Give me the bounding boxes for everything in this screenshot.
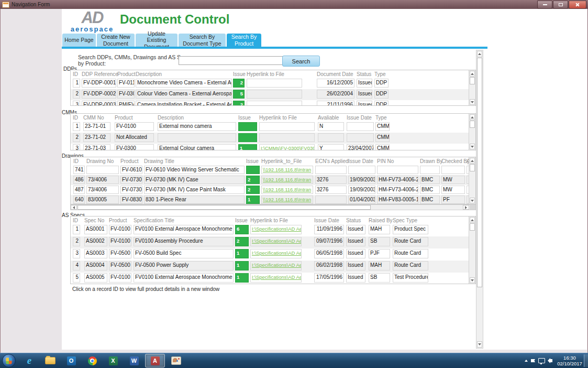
as_specs-cell-title[interactable]: FV-0500 Build Spec — [134, 249, 234, 258]
action-center-flag-icon[interactable] — [531, 359, 535, 362]
drawings-cell-title[interactable]: FV-0610 Video Wiring Server Schematic — [144, 166, 245, 174]
scroll-down-button[interactable] — [470, 277, 475, 283]
tray-expand-icon[interactable] — [525, 360, 528, 362]
show-desktop-button[interactable] — [584, 354, 588, 367]
as_specs-cell-link[interactable]: I:\Specifications\AD Aero\A — [250, 261, 302, 270]
taskbar-outlook-icon[interactable]: O — [61, 354, 81, 367]
cmms-cell-desc[interactable] — [158, 133, 236, 142]
as_specs-cell-spec_type[interactable]: Route Card — [393, 261, 428, 270]
scroll-down-button[interactable] — [470, 99, 475, 105]
drawings-cell-issue[interactable]: 1 — [246, 196, 260, 204]
taskbar-access-icon[interactable]: A — [145, 354, 165, 367]
drawings-file-link[interactable]: \\192.168.116.8\Intran — [263, 167, 311, 172]
drawings-cell-pin_no[interactable]: HM-FV83-0005-1 — [377, 196, 418, 204]
drawings-cell-issue_date[interactable]: 19/09/2003 — [348, 176, 375, 184]
cmms-cell-link[interactable] — [259, 122, 315, 131]
cmms-vscrollbar[interactable] — [469, 114, 475, 150]
ddps-cell-date[interactable]: 16/12/2005 — [317, 79, 354, 88]
ddps-cell-issue[interactable]: 2 — [233, 79, 245, 88]
cmms-cell-avaliable[interactable]: N — [318, 122, 344, 131]
drawings-cell-drawing_no[interactable]: 83/0005 — [86, 196, 119, 204]
cmms-cell-issue_date[interactable] — [347, 133, 374, 142]
close-button[interactable] — [569, 1, 586, 9]
drawings-cell-drawing_no[interactable]: 73/4006 — [86, 176, 119, 184]
drawings-vscrollbar[interactable] — [469, 157, 475, 204]
start-button[interactable] — [2, 354, 16, 367]
as_specs-cell-issue_date[interactable]: 17/05/1996 — [314, 273, 344, 283]
cmms-cell-issue[interactable]: 1 — [238, 144, 257, 150]
ddps-vscrollbar[interactable] — [469, 70, 475, 105]
ddps-cell-product[interactable]: FV-0300 — [117, 90, 135, 99]
as_specs-cell-title[interactable]: FV0100 Assembly Procedure — [134, 237, 234, 246]
cmms-cell-avaliable[interactable] — [318, 133, 344, 142]
as_specs-cell-status[interactable]: Issued — [346, 249, 365, 258]
ddps-cell-product[interactable]: FV-0110 — [117, 79, 135, 88]
taskbar-chrome-icon[interactable] — [82, 354, 102, 367]
taskbar-paint-icon[interactable] — [166, 354, 186, 367]
as_specs-cell-issue_date[interactable]: 06/05/1998 — [314, 249, 344, 258]
as_specs-cell-id[interactable]: 4 — [73, 261, 80, 270]
as_specs-file-link[interactable]: I:\Specifications\AD Aero\A — [252, 274, 302, 280]
cmms-cell-issue[interactable] — [238, 122, 257, 131]
as_specs-cell-spec_no[interactable]: AS0001 — [84, 225, 107, 234]
as_specs-cell-link[interactable]: I:\Specifications\AD Aero\A — [250, 249, 302, 258]
ddps-cell-id[interactable]: 1 — [73, 79, 80, 88]
as_specs-cell-id[interactable]: 3 — [73, 249, 80, 258]
cmms-file-link[interactable]: I:\CMMs\FV-0300\FV0300 — [261, 145, 315, 150]
drawings-cell-link[interactable]: \\192.168.116.8\Intran — [261, 166, 313, 174]
drawings-cell-title[interactable]: FV-0730 (MK IV) Case — [144, 176, 245, 184]
ddps-cell-issue[interactable]: 5 — [233, 90, 245, 99]
drawings-cell-checked_by[interactable]: MW — [441, 176, 465, 184]
as_specs-cell-link[interactable]: I:\Specifications\AD Aero\A — [250, 225, 302, 234]
cmms-cell-desc[interactable]: External mono camera — [158, 122, 236, 131]
as_specs-cell-spec_type[interactable]: Test Procedure — [393, 273, 428, 283]
as_specs-cell-spec_type[interactable]: Product Spec — [393, 225, 428, 234]
as_specs-cell-spec_type[interactable]: Route Card — [393, 237, 428, 246]
drawings-file-link[interactable]: \\192.168.116.8\Intran — [263, 187, 311, 192]
vscroll-thumb[interactable] — [470, 164, 475, 171]
ddps-cell-type[interactable]: DDP — [374, 101, 389, 106]
drawings-cell-product[interactable]: FV-0730 — [120, 186, 142, 194]
scroll-up-button[interactable] — [470, 114, 475, 120]
cmms-cell-id[interactable]: 3 — [73, 144, 80, 150]
as_specs-cell-spec_no[interactable]: AS0004 — [84, 261, 107, 270]
taskbar-excel-icon[interactable]: X — [103, 354, 123, 367]
drawings-cell-pin_no[interactable] — [377, 166, 418, 174]
cmms-cell-link[interactable]: I:\CMMs\FV-0300\FV0300 — [259, 144, 315, 150]
as_specs-cell-link[interactable]: I:\Specifications\AD Aero\A — [250, 273, 302, 283]
ddps-cell-date[interactable]: 21/11/1996 — [317, 101, 354, 106]
drawings-cell-title[interactable]: FV-0730 (MK IV) Case Paint Mask — [144, 186, 245, 194]
as_specs-cell-product[interactable]: FV-0100 — [109, 225, 131, 234]
cmms-cell-product[interactable]: FV-0300 — [115, 144, 154, 150]
drawings-cell-title[interactable]: 830 1-Piece Rear — [144, 196, 245, 204]
tab-create-new-document[interactable]: Create New Document — [97, 34, 135, 47]
scroll-up-button[interactable] — [470, 158, 475, 164]
tab-home-page[interactable]: Home Page — [62, 34, 96, 47]
vscroll-thumb[interactable] — [470, 77, 475, 84]
drawings-cell-issue_date[interactable]: 19/09/2003 — [348, 186, 375, 194]
as_specs-cell-spec_no[interactable]: AS0005 — [84, 273, 107, 283]
as_specs-cell-product[interactable]: FV-0500 — [109, 249, 131, 258]
scroll-left-button[interactable] — [71, 205, 77, 210]
taskbar-file-explorer-icon[interactable] — [40, 354, 60, 367]
taskbar-internet-explorer-icon[interactable]: e — [19, 354, 39, 367]
ddps-cell-type[interactable]: DDP — [374, 90, 389, 99]
drawings-cell-product[interactable]: FV-0730 — [120, 176, 142, 184]
maximize-button[interactable] — [553, 1, 568, 9]
ddps-cell-link[interactable] — [247, 101, 302, 106]
ddps-cell-date[interactable]: 26/02/2004 — [317, 90, 354, 99]
scroll-down-button[interactable] — [477, 341, 482, 348]
cmms-cell-type[interactable]: CMM — [375, 133, 390, 142]
scroll-down-button[interactable] — [470, 144, 475, 149]
as_specs-cell-id[interactable]: 1 — [73, 225, 80, 234]
as_specs-cell-id[interactable]: 2 — [73, 237, 80, 246]
drawings-cell-id[interactable]: 486 — [73, 176, 85, 184]
drawings-cell-link[interactable]: \\192.168.116.8\Intran — [261, 176, 313, 184]
as_specs-cell-issue[interactable]: 1 — [235, 261, 249, 270]
cmms-cell-type[interactable]: CMM — [375, 122, 390, 131]
search-input[interactable] — [179, 56, 283, 65]
drawings-file-link[interactable]: \\192.168.116.8\Intran — [263, 197, 311, 202]
as_specs-cell-raised_by[interactable]: PJF — [369, 249, 390, 258]
drawings-cell-drawn_by[interactable] — [420, 166, 440, 174]
as_specs-cell-issue_date[interactable]: 06/02/1998 — [314, 261, 344, 270]
